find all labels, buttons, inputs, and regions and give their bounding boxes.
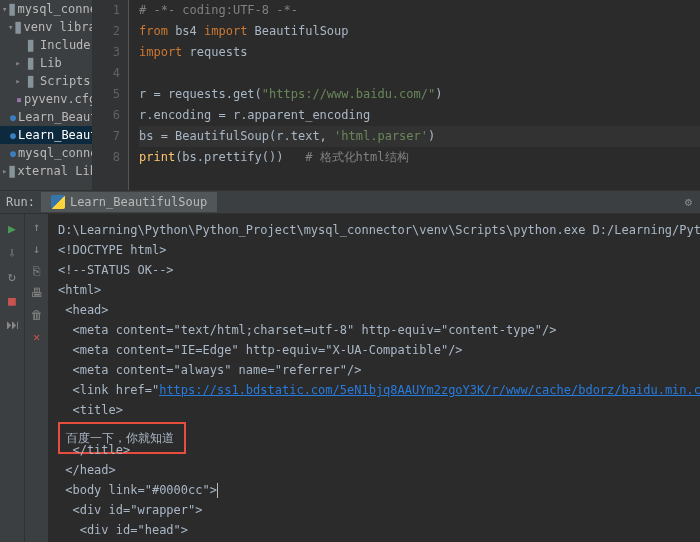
tree-item-label: Scripts (40, 74, 91, 88)
line-number: 1 (93, 0, 120, 21)
console-line: </head> (58, 460, 700, 480)
tree-item[interactable]: ●Learn_Beautifu (0, 126, 92, 144)
console-line: <!DOCTYPE html> (58, 240, 700, 260)
folder-icon: ▉ (24, 74, 38, 88)
console-line: <title> (58, 400, 700, 420)
code-line[interactable]: from bs4 import BeautifulSoup (139, 21, 700, 42)
run-icon[interactable]: ▶ (4, 220, 20, 236)
console-line: <html> (58, 280, 700, 300)
py-icon: ● (10, 128, 16, 142)
chevron-icon[interactable]: ▸ (14, 58, 22, 68)
folder-icon: ▉ (9, 164, 15, 178)
line-number: 2 (93, 21, 120, 42)
line-number: 8 (93, 147, 120, 168)
tree-item[interactable]: ▸▉Lib (0, 54, 92, 72)
folder-icon: ▉ (24, 38, 38, 52)
trash-icon[interactable]: 🗑 (31, 308, 43, 322)
export-icon[interactable]: ⎘ (33, 264, 40, 278)
console-line: <head> (58, 300, 700, 320)
chevron-icon[interactable]: ▸ (2, 166, 7, 176)
up-icon[interactable]: ↑ (33, 220, 40, 234)
py-icon: ● (10, 110, 16, 124)
tree-item[interactable]: ▉Include (0, 36, 92, 54)
code-line[interactable] (139, 63, 700, 84)
line-number: 3 (93, 42, 120, 63)
console-line: <meta content="IE=Edge" http-equiv="X-UA… (58, 340, 700, 360)
line-number: 6 (93, 105, 120, 126)
cfg-icon: ▪ (16, 92, 22, 106)
console-link[interactable]: https://ss1.bdstatic.com/5eN1bjq8AAUYm2z… (159, 383, 700, 397)
restart-icon[interactable]: ↻ (4, 268, 20, 284)
chevron-icon[interactable]: ▾ (2, 4, 7, 14)
code-line[interactable]: # -*- coding:UTF-8 -*- (139, 0, 700, 21)
chevron-icon[interactable]: ▸ (14, 76, 22, 86)
run-toolbar: Run: Learn_BeautifulSoup ⚙ (0, 190, 700, 214)
folder-icon: ▉ (15, 20, 21, 34)
tree-item-label: xternal Libraries (17, 164, 93, 178)
tree-item[interactable]: ▸▉xternal Libraries (0, 162, 92, 180)
print-icon[interactable]: 🖶 (31, 286, 43, 300)
console-line: <link href="https://ss1.bdstatic.com/5eN… (58, 380, 700, 400)
tree-item-label: mysql_connect (18, 146, 93, 160)
tree-item-label: venv library rc (23, 20, 93, 34)
gear-icon[interactable]: ⚙ (685, 195, 692, 209)
folder-icon: ▉ (9, 2, 15, 16)
project-tree[interactable]: ▾▉mysql_connector▾▉venv library rc▉Inclu… (0, 0, 93, 190)
chevron-icon[interactable]: ▾ (8, 22, 13, 32)
code-line[interactable]: r.encoding = r.apparent_encoding (139, 105, 700, 126)
run-toolstrip-right: ↑ ↓ ⎘ 🖶 🗑 ✕ (24, 214, 48, 542)
console-line: D:\Learning\Python\Python_Project\mysql_… (58, 220, 700, 240)
line-number: 5 (93, 84, 120, 105)
console-line: <div id="head"> (58, 520, 700, 540)
tree-item-label: pyvenv.cfg (24, 92, 93, 106)
tree-item[interactable]: ▾▉mysql_connector (0, 0, 92, 18)
py-icon: ● (10, 146, 16, 160)
down-icon[interactable]: ↓ (33, 242, 40, 256)
close-icon[interactable]: ✕ (33, 330, 40, 344)
tree-item-label: Lib (40, 56, 62, 70)
console-line: <meta content="always" name="referrer"/> (58, 360, 700, 380)
tree-item[interactable]: ▸▉Scripts (0, 72, 92, 90)
tree-item-label: Learn_Beautifu (18, 110, 93, 124)
step-down-icon[interactable]: ⇩ (4, 244, 20, 260)
line-number: 7 (93, 126, 120, 147)
skip-icon[interactable]: ⏭ (4, 316, 20, 332)
run-tab[interactable]: Learn_BeautifulSoup (41, 192, 217, 212)
tree-item[interactable]: ●mysql_connect (0, 144, 92, 162)
console-line: <div id="wrapper"> (58, 500, 700, 520)
console-line: <body link="#0000cc"> (58, 480, 700, 500)
code-line[interactable]: import requests (139, 42, 700, 63)
code-line[interactable]: print(bs.prettify()) # 格式化html结构 (139, 147, 700, 168)
run-toolstrip-left: ▶ ⇩ ↻ ■ ⏭ (0, 214, 24, 542)
tree-item-label: Learn_Beautifu (18, 128, 93, 142)
stop-icon[interactable]: ■ (4, 292, 20, 308)
code-line[interactable]: r = requests.get("https://www.baidu.com/… (139, 84, 700, 105)
line-number: 4 (93, 63, 120, 84)
console-output[interactable]: D:\Learning\Python\Python_Project\mysql_… (48, 214, 700, 542)
run-label: Run: (6, 195, 35, 209)
code-line[interactable]: bs = BeautifulSoup(r.text, 'html.parser'… (139, 126, 700, 147)
console-line: <!--STATUS OK--> (58, 260, 700, 280)
python-icon (51, 195, 65, 209)
run-tab-label: Learn_BeautifulSoup (70, 195, 207, 209)
code-editor[interactable]: # -*- coding:UTF-8 -*-from bs4 import Be… (129, 0, 700, 190)
folder-icon: ▉ (24, 56, 38, 70)
tree-item[interactable]: ▪pyvenv.cfg (0, 90, 92, 108)
line-gutter: 12345678 (93, 0, 129, 190)
tree-item[interactable]: ▾▉venv library rc (0, 18, 92, 36)
tree-item-label: Include (40, 38, 91, 52)
tree-item[interactable]: ●Learn_Beautifu (0, 108, 92, 126)
console-line: <meta content="text/html;charset=utf-8" … (58, 320, 700, 340)
tree-item-label: mysql_connector (17, 2, 93, 16)
